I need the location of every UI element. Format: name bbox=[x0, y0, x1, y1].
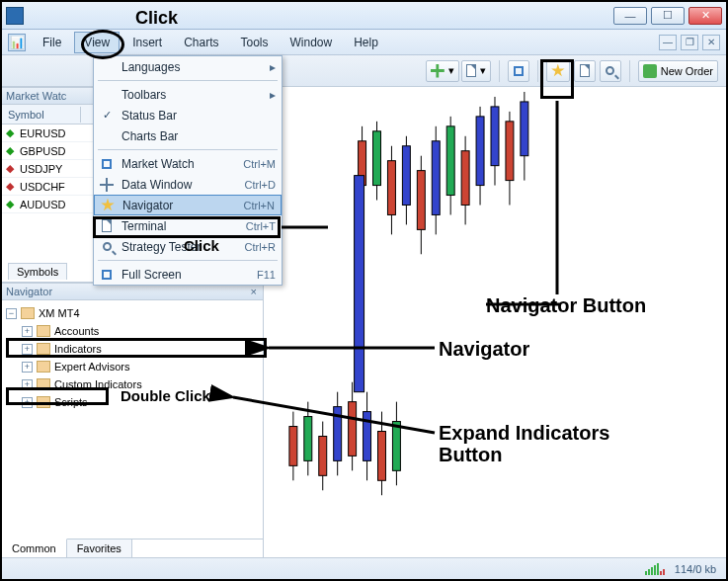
tester-icon bbox=[99, 239, 115, 255]
expand-button[interactable]: + bbox=[22, 397, 33, 408]
symbol-label: USDCHF bbox=[20, 181, 65, 193]
tree-item-label: Scripts bbox=[54, 394, 88, 410]
tree-item-label: Expert Advisors bbox=[54, 359, 129, 374]
tree-item-label: Indicators bbox=[54, 341, 102, 357]
plus-icon bbox=[431, 64, 445, 78]
svg-rect-28 bbox=[304, 417, 312, 461]
tree-item-label: Custom Indicators bbox=[54, 376, 142, 392]
symbol-label: AUDUSD bbox=[20, 199, 65, 210]
symbol-label: EURUSD bbox=[20, 127, 65, 139]
menu-insert[interactable]: Insert bbox=[123, 33, 171, 52]
dd-chartsbar[interactable]: Charts Bar bbox=[94, 125, 282, 146]
symbol-label: GBPUSD bbox=[20, 145, 65, 157]
svg-rect-19 bbox=[491, 107, 499, 166]
tree-root[interactable]: − XM MT4 bbox=[4, 304, 261, 322]
maximize-button[interactable]: ☐ bbox=[651, 7, 685, 25]
dd-languages-label: Languages bbox=[121, 60, 180, 74]
chart-area[interactable] bbox=[264, 87, 726, 557]
dd-languages[interactable]: Languages ▸ bbox=[94, 56, 282, 77]
folder-icon bbox=[37, 378, 50, 390]
tb-terminal[interactable] bbox=[574, 60, 596, 82]
candlestick-chart bbox=[264, 87, 726, 559]
tree-item-accounts[interactable]: +Accounts bbox=[4, 322, 261, 340]
dd-market-watch[interactable]: Market Watch Ctrl+M bbox=[94, 153, 282, 174]
tb-navigator[interactable] bbox=[546, 60, 570, 82]
connection-bars-icon bbox=[645, 563, 665, 575]
svg-rect-7 bbox=[402, 146, 410, 206]
dd-terminal-shortcut: Ctrl+T bbox=[246, 220, 276, 232]
svg-rect-40 bbox=[392, 422, 400, 471]
menu-help[interactable]: Help bbox=[345, 33, 387, 52]
dd-fullscreen-shortcut: F11 bbox=[257, 269, 276, 281]
submenu-arrow-icon: ▸ bbox=[270, 88, 276, 102]
minimize-button[interactable]: — bbox=[613, 7, 647, 25]
dd-data-window-shortcut: Ctrl+D bbox=[245, 179, 276, 191]
menu-view[interactable]: View bbox=[74, 32, 120, 53]
mdi-minimize-button[interactable]: — bbox=[659, 35, 677, 50]
dd-chartsbar-label: Charts Bar bbox=[121, 129, 178, 143]
dd-fullscreen[interactable]: Full Screen F11 bbox=[94, 264, 282, 285]
mdi-close-button[interactable]: ✕ bbox=[702, 35, 720, 50]
dd-market-watch-shortcut: Ctrl+M bbox=[243, 158, 276, 170]
folder-icon bbox=[37, 325, 50, 337]
tab-symbols[interactable]: Symbols bbox=[8, 263, 67, 280]
submenu-arrow-icon: ▸ bbox=[270, 60, 276, 74]
expand-button[interactable]: + bbox=[22, 379, 33, 390]
navigator-icon bbox=[100, 198, 116, 213]
tb-profiles[interactable]: ▾ bbox=[461, 60, 491, 82]
expand-root[interactable]: − bbox=[6, 308, 17, 319]
expand-button[interactable]: + bbox=[22, 362, 33, 373]
navigator-star-icon bbox=[551, 64, 565, 78]
tab-favorites[interactable]: Favorites bbox=[67, 540, 132, 557]
tree-item-scripts[interactable]: +Scripts bbox=[4, 393, 261, 411]
tb-market-watch[interactable] bbox=[508, 60, 529, 82]
titlebar: — ☐ ✕ bbox=[2, 2, 726, 30]
new-order-label: New Order bbox=[661, 65, 713, 77]
fullscreen-icon bbox=[99, 267, 115, 283]
tree-item-indicators[interactable]: +Indicators bbox=[4, 340, 261, 358]
menu-window[interactable]: Window bbox=[282, 33, 342, 52]
menu-file[interactable]: File bbox=[34, 33, 70, 52]
close-button[interactable]: ✕ bbox=[688, 7, 722, 25]
terminal-icon bbox=[580, 64, 590, 77]
tree-item-expert-advisors[interactable]: +Expert Advisors bbox=[4, 358, 261, 375]
tab-common[interactable]: Common bbox=[2, 539, 67, 557]
dd-terminal[interactable]: Terminal Ctrl+T bbox=[94, 215, 282, 236]
tb-tester[interactable] bbox=[600, 60, 621, 82]
menu-charts[interactable]: Charts bbox=[175, 33, 227, 52]
arrow-up-icon: ◆ bbox=[6, 198, 14, 210]
dd-toolbars[interactable]: Toolbars ▸ bbox=[94, 84, 282, 105]
col-symbol[interactable]: Symbol bbox=[2, 107, 81, 123]
dd-strategy-tester[interactable]: Strategy Tester Ctrl+R bbox=[94, 236, 282, 257]
connection-speed: 114/0 kb bbox=[675, 563, 716, 575]
expand-button[interactable]: + bbox=[22, 326, 33, 337]
svg-rect-5 bbox=[387, 161, 395, 215]
view-dropdown: Languages ▸ Toolbars ▸ Status Bar Charts… bbox=[93, 55, 283, 286]
market-watch-title-text: Market Watc bbox=[6, 90, 66, 102]
svg-rect-36 bbox=[364, 412, 371, 461]
app-icon bbox=[6, 7, 24, 25]
expand-button[interactable]: + bbox=[22, 344, 33, 355]
svg-rect-38 bbox=[378, 432, 386, 481]
tester-icon bbox=[606, 66, 614, 75]
tb-new-order[interactable]: New Order bbox=[638, 60, 718, 82]
dd-toolbars-label: Toolbars bbox=[121, 88, 166, 102]
dd-statusbar[interactable]: Status Bar bbox=[94, 105, 282, 125]
navigator-tree[interactable]: − XM MT4 +Accounts+Indicators+Expert Adv… bbox=[2, 300, 263, 539]
mdi-restore-button[interactable]: ❐ bbox=[681, 35, 698, 50]
svg-rect-32 bbox=[334, 407, 342, 461]
market-watch-icon bbox=[99, 156, 115, 172]
app-menu-icon[interactable]: 📊 bbox=[8, 34, 26, 51]
tree-item-custom-indicators[interactable]: +Custom Indicators bbox=[4, 375, 261, 393]
tb-new-chart[interactable]: ▾ bbox=[426, 60, 459, 82]
folder-icon bbox=[37, 396, 50, 408]
dd-data-window-label: Data Window bbox=[121, 178, 192, 192]
dd-navigator[interactable]: Navigator Ctrl+N bbox=[94, 195, 282, 215]
svg-rect-9 bbox=[417, 171, 425, 230]
dd-data-window[interactable]: Data Window Ctrl+D bbox=[94, 174, 282, 195]
svg-rect-34 bbox=[349, 402, 357, 456]
navigator-title-text: Navigator bbox=[6, 286, 52, 297]
svg-rect-23 bbox=[521, 102, 528, 156]
navigator-close-button[interactable]: × bbox=[249, 286, 259, 297]
menu-tools[interactable]: Tools bbox=[232, 33, 278, 52]
